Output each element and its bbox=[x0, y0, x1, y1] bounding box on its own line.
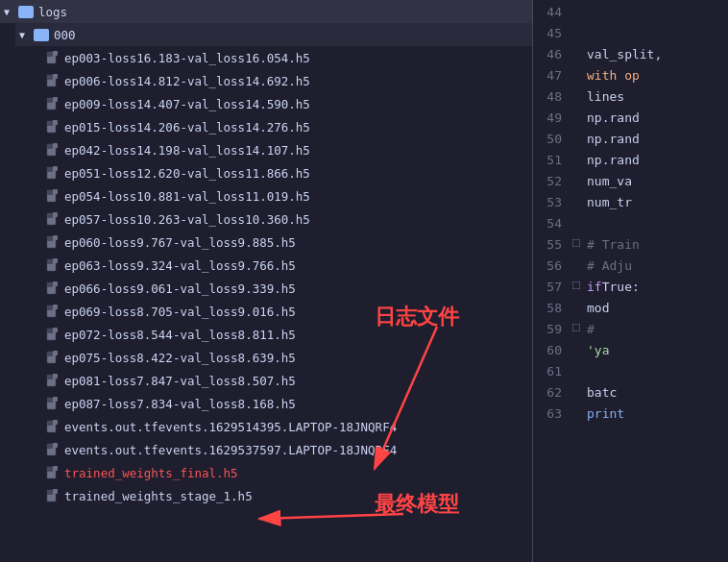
tree-file-item[interactable]: trained_weights_final.h5 bbox=[38, 461, 532, 484]
tree-file-item[interactable]: ep075-loss8.422-val_loss8.639.h5 bbox=[38, 346, 532, 369]
gutter-cell bbox=[570, 232, 583, 254]
svg-rect-5 bbox=[53, 74, 58, 79]
svg-rect-11 bbox=[53, 120, 58, 125]
file-icon bbox=[46, 443, 60, 456]
gutter-cell bbox=[570, 296, 583, 317]
file-tree-panel: ▼ logs ▼ 000 ep003-loss16.183-val_loss16… bbox=[0, 0, 533, 562]
gutter-cell bbox=[570, 211, 583, 232]
tree-file-item[interactable]: ep069-loss8.705-val_loss9.016.h5 bbox=[38, 300, 532, 323]
tree-file-label: events.out.tfevents.1629514395.LAPTOP-18… bbox=[64, 420, 397, 434]
line-number: 57 bbox=[533, 277, 562, 298]
file-icon bbox=[46, 258, 60, 272]
file-icon bbox=[46, 235, 60, 249]
gutter-cell bbox=[570, 338, 583, 359]
code-line: if True: bbox=[583, 277, 728, 298]
tree-file-label: ep063-loss9.324-val_loss9.766.h5 bbox=[64, 258, 296, 273]
file-icon bbox=[46, 374, 60, 387]
file-icon bbox=[46, 51, 60, 64]
code-line: # Adju bbox=[583, 256, 728, 277]
tree-file-item[interactable]: ep087-loss7.834-val_loss8.168.h5 bbox=[38, 392, 532, 415]
line-number: 46 bbox=[533, 44, 562, 65]
tree-file-label: ep075-loss8.422-val_loss8.639.h5 bbox=[64, 351, 296, 365]
tree-root-logs[interactable]: ▼ logs bbox=[0, 0, 532, 23]
svg-rect-44 bbox=[53, 374, 58, 379]
gutter-cell bbox=[570, 169, 583, 190]
tree-file-item[interactable]: events.out.tfevents.1629537597.LAPTOP-18… bbox=[38, 438, 532, 461]
gutter-cell bbox=[570, 106, 583, 127]
main-container: ▼ logs ▼ 000 ep003-loss16.183-val_loss16… bbox=[0, 0, 728, 562]
tree-file-item[interactable]: events.out.tfevents.1629514395.LAPTOP-18… bbox=[38, 415, 532, 438]
gutter-cell bbox=[570, 190, 583, 211]
line-number: 44 bbox=[533, 2, 562, 23]
svg-rect-8 bbox=[53, 97, 58, 102]
svg-rect-58 bbox=[47, 490, 53, 495]
svg-rect-10 bbox=[47, 121, 53, 126]
folder-icon bbox=[18, 6, 34, 18]
tree-file-item[interactable]: ep006-loss14.812-val_loss14.692.h5 bbox=[38, 69, 532, 92]
tree-file-item[interactable]: ep072-loss8.544-val_loss8.811.h5 bbox=[38, 323, 532, 346]
gutter-cell bbox=[570, 0, 583, 21]
tree-file-label: trained_weights_final.h5 bbox=[64, 466, 238, 480]
tree-folder-000[interactable]: ▼ 000 bbox=[15, 23, 532, 46]
tree-file-label: ep054-loss10.881-val_loss11.019.h5 bbox=[64, 189, 310, 204]
line-number: 52 bbox=[533, 171, 562, 192]
line-number: 48 bbox=[533, 86, 562, 108]
svg-rect-28 bbox=[47, 259, 53, 264]
expand-arrow: ▼ bbox=[4, 7, 15, 17]
tree-file-label: ep087-loss7.834-val_loss8.168.h5 bbox=[64, 397, 296, 411]
line-number: 62 bbox=[533, 382, 562, 403]
tree-file-item[interactable]: ep009-loss14.407-val_loss14.590.h5 bbox=[38, 92, 532, 115]
file-icon bbox=[46, 166, 60, 180]
code-line: with op bbox=[583, 65, 728, 86]
tree-file-item[interactable]: ep042-loss14.198-val_loss14.107.h5 bbox=[38, 138, 532, 161]
tree-file-item[interactable]: ep081-loss7.847-val_loss8.507.h5 bbox=[38, 369, 532, 392]
tree-file-label: ep042-loss14.198-val_loss14.107.h5 bbox=[64, 143, 310, 158]
svg-rect-19 bbox=[47, 190, 53, 195]
code-line: lines bbox=[583, 86, 728, 108]
svg-rect-38 bbox=[53, 328, 58, 332]
svg-rect-59 bbox=[53, 489, 58, 494]
line-number: 58 bbox=[533, 298, 562, 319]
subfolder-label: 000 bbox=[54, 28, 76, 42]
tree-root-label: logs bbox=[38, 5, 67, 19]
tree-file-item[interactable]: trained_weights_stage_1.h5 bbox=[38, 484, 532, 507]
file-icon bbox=[46, 212, 60, 226]
svg-rect-31 bbox=[47, 282, 53, 287]
code-line: print bbox=[583, 403, 728, 425]
tree-file-item[interactable]: ep051-loss12.620-val_loss11.866.h5 bbox=[38, 161, 532, 184]
tree-file-item[interactable]: ep057-loss10.263-val_loss10.360.h5 bbox=[38, 208, 532, 231]
gutter bbox=[570, 0, 583, 562]
gutter-cell bbox=[570, 42, 583, 63]
line-number: 49 bbox=[533, 108, 562, 129]
tree-file-item[interactable]: ep063-loss9.324-val_loss9.766.h5 bbox=[38, 254, 532, 277]
tree-file-item[interactable]: ep066-loss9.061-val_loss9.339.h5 bbox=[38, 277, 532, 300]
line-number: 59 bbox=[533, 319, 562, 340]
file-icon bbox=[46, 489, 60, 502]
gutter-cell bbox=[570, 380, 583, 402]
line-number: 50 bbox=[533, 129, 562, 150]
code-content: val_split, with op linesnp.randnp.randnp… bbox=[583, 0, 728, 562]
tree-file-item[interactable]: ep003-loss16.183-val_loss16.054.h5 bbox=[38, 46, 532, 69]
tree-file-item[interactable]: ep015-loss14.206-val_loss14.276.h5 bbox=[38, 115, 532, 138]
svg-rect-41 bbox=[53, 351, 58, 355]
svg-rect-1 bbox=[47, 52, 53, 57]
line-number: 55 bbox=[533, 234, 562, 256]
svg-rect-26 bbox=[53, 235, 58, 240]
tree-file-item[interactable]: ep060-loss9.767-val_loss9.885.h5 bbox=[38, 231, 532, 254]
code-panel: 4445464748495051525354555657585960616263… bbox=[533, 0, 728, 562]
tree-file-label: ep003-loss16.183-val_loss16.054.h5 bbox=[64, 51, 310, 65]
subfolder-icon bbox=[34, 29, 49, 41]
files-group: ep003-loss16.183-val_loss16.054.h5ep006-… bbox=[15, 46, 532, 507]
code-line: mod bbox=[583, 298, 728, 319]
file-icon bbox=[46, 97, 60, 110]
file-icon bbox=[46, 74, 60, 87]
line-number: 51 bbox=[533, 150, 562, 171]
gutter-cell bbox=[570, 21, 583, 42]
tree-file-label: ep006-loss14.812-val_loss14.692.h5 bbox=[64, 74, 310, 88]
tree-file-item[interactable]: ep054-loss10.881-val_loss11.019.h5 bbox=[38, 184, 532, 208]
code-line: num_tr bbox=[583, 192, 728, 213]
svg-rect-25 bbox=[47, 236, 53, 241]
svg-rect-34 bbox=[47, 305, 53, 310]
svg-rect-13 bbox=[47, 144, 53, 149]
code-line: np.rand bbox=[583, 150, 728, 171]
